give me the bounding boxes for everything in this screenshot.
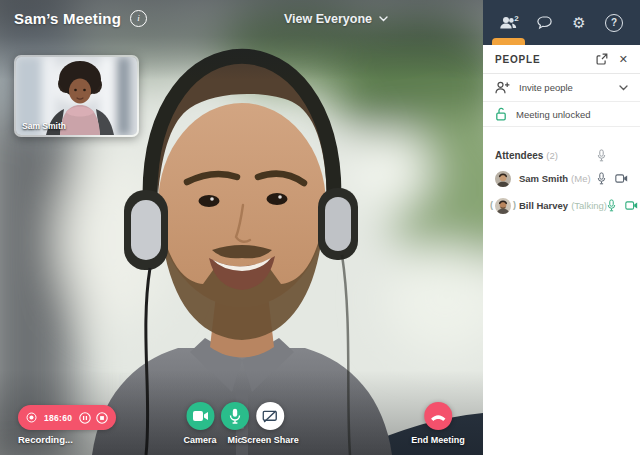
camera-control: Camera bbox=[183, 402, 216, 445]
speaking-wave-icon: ) bbox=[513, 200, 516, 210]
speaking-wave-icon: ( bbox=[490, 200, 493, 210]
chat-icon bbox=[536, 14, 553, 31]
right-sidebar: 2 ⚙ ? PEOPLE ✕ bbox=[483, 0, 640, 455]
close-panel-button[interactable]: ✕ bbox=[619, 54, 628, 65]
meeting-lock-status: Meeting unlocked bbox=[516, 109, 590, 120]
people-count-badge: 2 bbox=[514, 14, 519, 23]
recording-timer: 186:60 bbox=[44, 413, 72, 423]
screen-share-button[interactable] bbox=[256, 402, 284, 430]
close-icon: ✕ bbox=[619, 54, 628, 65]
invite-people-row[interactable]: Invite people bbox=[483, 74, 640, 102]
people-icon: 2 bbox=[499, 14, 520, 31]
view-mode-label: View Everyone bbox=[284, 12, 372, 26]
tab-people[interactable]: 2 bbox=[496, 9, 522, 37]
pause-icon bbox=[79, 412, 91, 424]
people-panel-header: PEOPLE ✕ bbox=[483, 45, 640, 74]
attendee-mic-icon[interactable] bbox=[597, 172, 606, 185]
attendee-row-bill[interactable]: ( ) Bill Harvey (Talking) bbox=[483, 192, 640, 219]
pip-name-label: Sam Smith bbox=[22, 121, 66, 131]
avatar-speaking: ( ) bbox=[495, 198, 511, 214]
meeting-window: Sam’s Meeting i View Everyone bbox=[0, 0, 640, 455]
active-tab-indicator bbox=[492, 38, 525, 45]
tab-help[interactable]: ? bbox=[601, 9, 627, 37]
camera-icon bbox=[192, 410, 208, 422]
end-meeting-button[interactable] bbox=[424, 402, 452, 430]
info-icon[interactable]: i bbox=[130, 10, 147, 27]
meeting-title: Sam’s Meeting bbox=[14, 10, 121, 27]
attendees-count: (2) bbox=[546, 150, 558, 161]
screen-share-icon bbox=[262, 410, 277, 423]
avatar bbox=[495, 171, 511, 187]
hangup-icon bbox=[429, 412, 447, 421]
screen-share-label: Screen Share bbox=[241, 435, 299, 445]
attendee-tag: (Talking) bbox=[571, 200, 607, 211]
screen-share-control: Screen Share bbox=[241, 402, 299, 445]
gear-icon: ⚙ bbox=[572, 14, 585, 32]
recording-status-text: Recording... bbox=[18, 434, 73, 445]
pause-recording-button[interactable] bbox=[79, 412, 91, 424]
attendee-row-sam[interactable]: Sam Smith (Me) bbox=[483, 165, 640, 192]
camera-button[interactable] bbox=[186, 402, 214, 430]
unlock-icon bbox=[495, 107, 507, 121]
help-icon: ? bbox=[605, 14, 623, 32]
attendee-mic-icon[interactable] bbox=[607, 199, 616, 212]
chevron-down-icon bbox=[379, 16, 388, 22]
mic-icon bbox=[229, 408, 241, 424]
camera-label: Camera bbox=[183, 435, 216, 445]
record-indicator-icon bbox=[26, 412, 37, 423]
mute-all-icon[interactable] bbox=[597, 149, 606, 162]
attendee-name: Sam Smith bbox=[519, 173, 568, 184]
attendee-camera-icon[interactable] bbox=[615, 174, 628, 183]
attendee-camera-icon[interactable] bbox=[625, 201, 638, 210]
attendee-tag: (Me) bbox=[571, 173, 591, 184]
invite-people-label: Invite people bbox=[519, 82, 573, 93]
attendees-header: Attendees (2) bbox=[483, 145, 640, 165]
main-video-feed: Sam’s Meeting i View Everyone bbox=[0, 0, 483, 455]
person-add-icon bbox=[495, 81, 510, 94]
sidebar-tab-bar: 2 ⚙ ? bbox=[483, 0, 640, 45]
popout-panel-button[interactable] bbox=[596, 53, 608, 65]
popout-icon bbox=[596, 53, 608, 65]
panel-title: PEOPLE bbox=[495, 54, 585, 65]
end-meeting-control: End Meeting bbox=[411, 402, 465, 445]
chevron-down-icon bbox=[619, 85, 628, 91]
stop-icon bbox=[96, 412, 108, 424]
recording-pill: 186:60 bbox=[18, 405, 116, 430]
attendee-name: Bill Harvey bbox=[519, 200, 568, 211]
self-view-pip[interactable]: Sam Smith bbox=[14, 55, 139, 137]
attendees-title: Attendees bbox=[495, 150, 543, 161]
tab-chat[interactable] bbox=[531, 9, 557, 37]
end-meeting-label: End Meeting bbox=[411, 435, 465, 445]
tab-settings[interactable]: ⚙ bbox=[566, 9, 592, 37]
view-mode-dropdown[interactable]: View Everyone bbox=[284, 12, 388, 26]
meeting-lock-row[interactable]: Meeting unlocked bbox=[483, 102, 640, 127]
stop-recording-button[interactable] bbox=[96, 412, 108, 424]
